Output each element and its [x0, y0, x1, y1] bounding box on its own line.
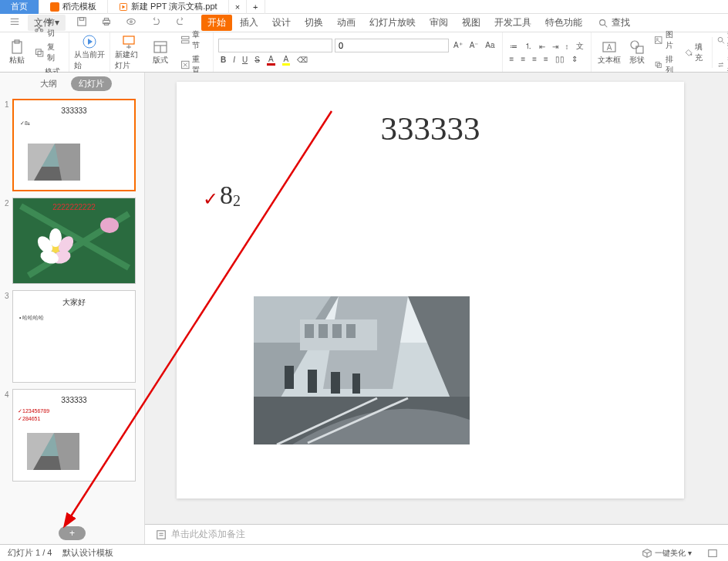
copy-button[interactable]: 复制: [32, 41, 64, 64]
menu-insert[interactable]: 插入: [234, 15, 265, 31]
menu-search[interactable]: 查找: [590, 15, 638, 31]
slide-image[interactable]: [254, 296, 470, 444]
shapes-button[interactable]: 形状: [624, 34, 650, 71]
cut-button[interactable]: 剪切: [32, 16, 64, 39]
shrink-font-button[interactable]: A⁻: [467, 39, 481, 52]
underline-button[interactable]: U: [240, 54, 250, 66]
menu-slideshow[interactable]: 幻灯片放映: [363, 15, 422, 31]
reset-icon: [180, 59, 190, 70]
textbox-icon: A: [602, 39, 617, 55]
highlight-icon: A: [282, 55, 291, 66]
numbering-button[interactable]: ⒈: [522, 40, 534, 52]
scissors-icon: [34, 22, 44, 33]
find-button[interactable]: 查找: [714, 29, 728, 52]
line-spacing-icon: ↕: [565, 42, 569, 51]
arrange-icon: [654, 59, 662, 70]
slide-thumb-4[interactable]: 333333 ✓123456789 ✓284651: [12, 389, 136, 482]
slide-bullet[interactable]: ✓ 8 2: [203, 181, 241, 210]
line-spacing-button[interactable]: ↕: [563, 40, 571, 52]
notes-icon: [156, 529, 167, 540]
template-icon: [50, 2, 59, 12]
menu-design[interactable]: 设计: [266, 15, 297, 31]
font-size-select[interactable]: [335, 39, 449, 52]
presentation-icon: [119, 2, 128, 12]
menu-devtools[interactable]: 开发工具: [488, 15, 538, 31]
bullets-button[interactable]: ≔: [507, 40, 520, 52]
change-case-button[interactable]: Aa: [483, 39, 497, 52]
qat-print[interactable]: [95, 15, 118, 31]
tab-home[interactable]: 首页: [0, 0, 39, 14]
tab-template[interactable]: 稻壳模板: [39, 0, 108, 14]
align-right-icon: ≡: [532, 55, 537, 63]
font-name-select[interactable]: [218, 39, 332, 52]
pictures-button[interactable]: 图片: [652, 29, 680, 52]
textbox-button[interactable]: A 文本框: [596, 34, 622, 71]
svg-point-62: [100, 218, 119, 233]
fill-button[interactable]: 填充: [682, 41, 710, 64]
strike-icon: S: [254, 56, 260, 64]
add-slide-button[interactable]: +: [59, 526, 86, 540]
italic-button[interactable]: I: [231, 54, 238, 66]
svg-point-11: [130, 21, 133, 23]
tab-close[interactable]: ×: [229, 0, 247, 14]
redo-icon: [175, 16, 186, 27]
menu-special[interactable]: 特色功能: [539, 15, 588, 31]
svg-rect-85: [157, 530, 166, 539]
change-case-icon: Aa: [485, 41, 494, 49]
bold-button[interactable]: B: [218, 54, 228, 66]
new-slide-button[interactable]: 新建幻灯片: [115, 34, 143, 71]
align-center-icon: ≡: [521, 55, 525, 63]
menu-view[interactable]: 视图: [456, 15, 487, 31]
decrease-indent-button[interactable]: ⇤: [537, 40, 548, 52]
slide-title[interactable]: 333333: [177, 110, 684, 147]
align-left-button[interactable]: ≡: [507, 54, 517, 64]
slide-thumb-1[interactable]: 333333 ✓8₂: [12, 99, 136, 191]
tab-document[interactable]: 新建 PPT 演示文稿.ppt: [108, 0, 229, 14]
paste-button[interactable]: 粘贴: [5, 34, 29, 71]
menu-transition[interactable]: 切换: [298, 15, 329, 31]
from-beginning-button[interactable]: 从当前开始: [74, 34, 105, 71]
slide-thumb-3[interactable]: 大家好 • 哈哈哈哈: [12, 290, 136, 383]
justify-button[interactable]: ≡: [541, 54, 551, 64]
svg-line-89: [643, 551, 647, 553]
svg-rect-5: [78, 18, 86, 26]
qat-save[interactable]: [70, 15, 93, 31]
qat-undo[interactable]: [144, 15, 167, 31]
qat-preview[interactable]: [120, 15, 143, 31]
align-center-button[interactable]: ≡: [518, 54, 527, 64]
columns-button[interactable]: ▯▯: [553, 54, 567, 64]
svg-rect-20: [36, 49, 42, 54]
clipboard-icon: [9, 39, 25, 55]
font-color-button[interactable]: A: [265, 54, 278, 66]
thumb-number: 1: [5, 99, 12, 191]
highlight-button[interactable]: A: [280, 54, 293, 66]
layout-button[interactable]: 版式: [147, 34, 175, 71]
svg-point-46: [718, 37, 723, 42]
section-button[interactable]: 章节: [178, 29, 209, 52]
svg-point-42: [656, 38, 658, 39]
menu-logo[interactable]: [3, 15, 26, 31]
slides-tab[interactable]: 幻灯片: [71, 76, 112, 91]
menu-review[interactable]: 审阅: [423, 15, 454, 31]
tab-add[interactable]: +: [247, 0, 265, 14]
numbering-icon: ⒈: [524, 41, 532, 52]
svg-rect-32: [181, 36, 188, 39]
increase-indent-button[interactable]: ⇥: [550, 40, 561, 52]
slide-thumb-2[interactable]: 2222222222: [12, 198, 136, 284]
vertical-align-button[interactable]: ⇕: [569, 54, 580, 64]
outline-tab[interactable]: 大纲: [32, 76, 65, 91]
text-direction-button[interactable]: 文: [574, 40, 586, 52]
grow-font-button[interactable]: A⁺: [451, 39, 465, 52]
strike-button[interactable]: S: [252, 54, 262, 66]
slide-canvas[interactable]: 333333 ✓ 8 2: [177, 82, 684, 498]
align-right-button[interactable]: ≡: [530, 54, 539, 64]
thumb-number: 4: [5, 389, 12, 482]
view-normal-button[interactable]: [705, 547, 720, 559]
clear-format-button[interactable]: ⌫: [295, 54, 310, 66]
notes-pane[interactable]: 单击此处添加备注: [145, 524, 728, 544]
paint-bucket-icon: [684, 47, 693, 58]
svg-rect-81: [305, 324, 314, 338]
grow-font-icon: A⁺: [453, 41, 463, 49]
menu-animation[interactable]: 动画: [331, 15, 362, 31]
beautify-button[interactable]: 一键美化 ▾: [639, 547, 694, 559]
